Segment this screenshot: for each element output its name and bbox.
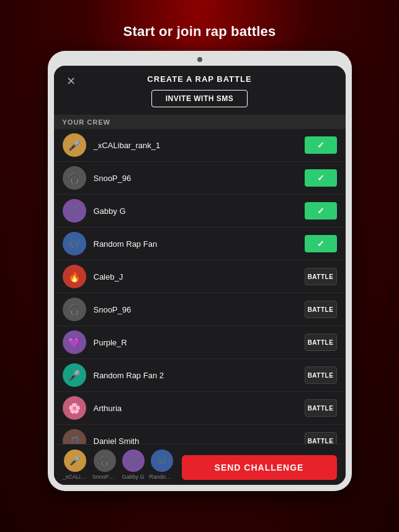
member-name: Daniel Smith [94, 437, 305, 445]
avatar: 🌸 [63, 396, 86, 420]
checkmark-icon: ✓ [317, 140, 325, 150]
tablet-frame: ✕ CREATE A RAP BATTLE INVITE WITH SMS YO… [48, 51, 352, 491]
selected-avatar-name: SnooP_96 [92, 474, 117, 480]
list-item: 🎵Daniel SmithBATTLE [54, 425, 346, 444]
battle-button[interactable]: BATTLE [305, 334, 337, 351]
avatar: 🎧 [94, 450, 116, 472]
selected-avatar-item: 🎧SnooP_96 [92, 450, 117, 480]
list-item: 🎤Random Rap Fan 2BATTLE [54, 359, 346, 392]
checkmark-icon: ✓ [317, 239, 325, 249]
check-button[interactable]: ✓ [305, 202, 337, 219]
crew-list: 🎤_xCALibar_rank_1✓🎧SnooP_96✓🎵Gabby G✓🎶Ra… [54, 129, 346, 444]
avatar: 🎧 [63, 298, 86, 321]
avatar: 🎵 [122, 450, 145, 472]
battle-button[interactable]: BATTLE [305, 432, 337, 444]
page-title: Start or join rap battles [123, 24, 276, 40]
battle-button[interactable]: BATTLE [305, 301, 337, 318]
list-item: 🎶Random Rap Fan✓ [54, 228, 346, 260]
selected-bar: 🎤_xCALibar_r...🎧SnooP_96🎵Gabby G🎶Random … [54, 444, 346, 485]
list-item: 🎤_xCALibar_rank_1✓ [54, 129, 346, 162]
close-button[interactable]: ✕ [63, 73, 79, 89]
modal-header: ✕ CREATE A RAP BATTLE INVITE WITH SMS [54, 66, 346, 115]
avatar: 🎧 [63, 166, 86, 190]
list-item: 🎵Gabby G✓ [54, 195, 346, 228]
selected-avatar-item: 🎤_xCALibar_r... [63, 450, 87, 480]
member-name: Caleb_J [94, 272, 305, 282]
list-item: 💜Purple_RBATTLE [54, 326, 346, 359]
avatar: 🎤 [63, 363, 86, 387]
invite-sms-button[interactable]: INVITE WITH SMS [151, 90, 248, 107]
avatar: 💜 [63, 330, 86, 354]
member-name: SnooP_96 [94, 305, 305, 314]
battle-button[interactable]: BATTLE [305, 268, 337, 285]
member-name: Arthuria [94, 404, 305, 413]
member-name: Purple_R [94, 338, 305, 347]
member-name: SnooP_96 [94, 174, 305, 183]
selected-avatar-name: _xCALibar_r... [63, 474, 87, 480]
member-name: Random Rap Fan 2 [94, 371, 305, 380]
member-name: Gabby G [94, 206, 305, 216]
check-button[interactable]: ✓ [305, 235, 337, 252]
section-label: YOUR CREW [54, 115, 346, 129]
avatar: 🎤 [63, 133, 86, 157]
checkmark-icon: ✓ [317, 173, 325, 183]
checkmark-icon: ✓ [317, 206, 325, 216]
send-challenge-button[interactable]: SEND CHALLENGE [182, 455, 337, 480]
avatar: 🔥 [63, 265, 86, 288]
avatar: 🎵 [63, 429, 86, 444]
list-item: 🔥Caleb_JBATTLE [54, 260, 346, 293]
selected-avatar-name: Random R... [150, 474, 174, 480]
avatar: 🎶 [63, 232, 86, 255]
list-item: 🌸ArthuriaBATTLE [54, 392, 346, 425]
list-item: 🎧SnooP_96✓ [54, 162, 346, 195]
tablet-screen: ✕ CREATE A RAP BATTLE INVITE WITH SMS YO… [54, 66, 346, 485]
selected-avatar-item: 🎶Random R... [150, 450, 174, 480]
battle-button[interactable]: BATTLE [305, 399, 337, 417]
battle-button[interactable]: BATTLE [305, 366, 337, 384]
list-item: 🎧SnooP_96BATTLE [54, 293, 346, 326]
selected-avatar-name: Gabby G [122, 474, 145, 480]
avatar: 🎶 [151, 450, 173, 472]
modal-title: CREATE A RAP BATTLE [147, 74, 251, 84]
selected-avatar-item: 🎵Gabby G [122, 450, 145, 480]
avatar: 🎤 [64, 450, 86, 472]
avatar: 🎵 [63, 199, 86, 223]
check-button[interactable]: ✓ [305, 136, 337, 154]
member-name: _xCALibar_rank_1 [94, 141, 305, 150]
tablet-camera [197, 57, 202, 62]
check-button[interactable]: ✓ [305, 169, 337, 187]
member-name: Random Rap Fan [94, 239, 305, 249]
